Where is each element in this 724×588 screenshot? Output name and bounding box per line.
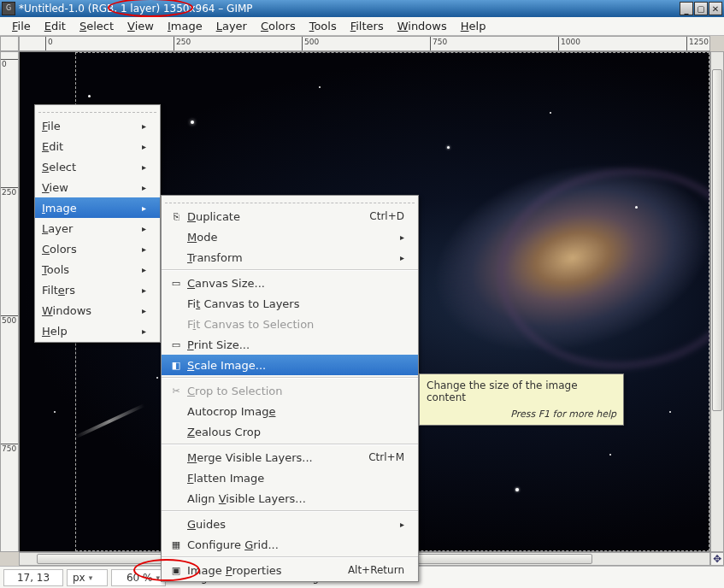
- menubar-item-filters[interactable]: Filters: [344, 18, 391, 34]
- tooltip: Change the size of the image content Pre…: [419, 373, 624, 426]
- chevron-right-icon: ▸: [380, 232, 404, 242]
- close-button[interactable]: ✕: [709, 2, 722, 15]
- menu-shortcut: Ctrl+D: [349, 210, 404, 222]
- chevron-right-icon: ▸: [121, 224, 146, 233]
- menubar-item-tools[interactable]: Tools: [303, 18, 344, 34]
- menu-item-view[interactable]: View▸: [35, 177, 160, 197]
- menu-item-mode[interactable]: Mode▸: [162, 226, 418, 247]
- menu-item-configure-grid[interactable]: ▦Configure Grid...: [162, 534, 418, 555]
- chevron-right-icon: ▸: [121, 203, 146, 213]
- nav-corner-icon[interactable]: ✥: [710, 552, 724, 566]
- menu-item-windows[interactable]: Windows▸: [35, 300, 160, 320]
- chevron-right-icon: ▸: [121, 183, 146, 192]
- menu-item-filters[interactable]: Filters▸: [35, 279, 160, 300]
- menubar-item-layer[interactable]: Layer: [209, 18, 254, 34]
- ruler-tick: 1000: [558, 37, 580, 50]
- menu-separator: [162, 377, 418, 379]
- window-title: *Untitled-1.0 (RGB, 1 layer) 1350x964 – …: [19, 3, 680, 15]
- ruler-vertical[interactable]: 0250500750: [0, 51, 19, 552]
- menu-tearoff[interactable]: [38, 106, 156, 113]
- ruler-tick: 750: [430, 37, 447, 50]
- chevron-right-icon: ▸: [121, 326, 146, 336]
- menu-item-fit-canvas-to-layers[interactable]: Fit Canvas to Layers: [162, 293, 418, 314]
- menubar-item-help[interactable]: Help: [454, 18, 493, 34]
- menu-separator: [162, 556, 418, 558]
- menu-item-edit[interactable]: Edit▸: [35, 136, 160, 156]
- ruler-tick: 1250: [686, 37, 709, 50]
- chevron-right-icon: ▸: [121, 244, 146, 254]
- workspace: 025050075010001250 0250500750 ✥ File▸Edi…: [0, 36, 724, 566]
- menu-separator: [162, 444, 418, 445]
- scrollbar-vertical[interactable]: [710, 51, 724, 552]
- chevron-right-icon: ▸: [121, 121, 146, 131]
- menu-item-fit-canvas-to-selection: Fit Canvas to Selection: [162, 314, 418, 334]
- menu-item-icon: ▭: [168, 339, 184, 350]
- menu-item-transform[interactable]: Transform▸: [162, 247, 418, 268]
- menu-item-file[interactable]: File▸: [35, 115, 160, 136]
- menu-item-colors[interactable]: Colors▸: [35, 238, 160, 259]
- ruler-origin[interactable]: [0, 36, 19, 51]
- status-coords: 17, 13: [3, 569, 63, 586]
- menu-item-zealous-crop[interactable]: Zealous Crop: [162, 421, 418, 442]
- context-menu-main: File▸Edit▸Select▸View▸Image▸Layer▸Colors…: [34, 104, 161, 343]
- menu-item-image-properties[interactable]: ▣Image PropertiesAlt+Return: [162, 560, 418, 580]
- menu-item-canvas-size[interactable]: ▭Canvas Size...: [162, 273, 418, 293]
- menu-item-scale-image[interactable]: ◧Scale Image...: [162, 355, 418, 375]
- ruler-tick: 500: [1, 315, 18, 325]
- menu-tearoff[interactable]: [165, 197, 415, 203]
- scrollbar-thumb[interactable]: [712, 69, 722, 411]
- window-titlebar: G *Untitled-1.0 (RGB, 1 layer) 1350x964 …: [0, 0, 724, 17]
- menubar-item-colors[interactable]: Colors: [254, 18, 303, 34]
- ruler-tick: 500: [302, 37, 319, 50]
- menu-item-select[interactable]: Select▸: [35, 156, 160, 177]
- menu-item-icon: ▦: [168, 539, 184, 550]
- menu-item-crop-to-selection: ✂Crop to Selection: [162, 380, 418, 401]
- ruler-horizontal[interactable]: 025050075010001250: [19, 36, 710, 51]
- menu-item-print-size[interactable]: ▭Print Size...: [162, 334, 418, 355]
- menu-item-merge-visible-layers[interactable]: Merge Visible Layers...Ctrl+M: [162, 447, 418, 467]
- menu-separator: [162, 510, 418, 512]
- ruler-tick: 750: [1, 444, 18, 453]
- ruler-tick: 250: [174, 37, 191, 50]
- ruler-tick: 0: [1, 59, 18, 68]
- chevron-right-icon: ▸: [380, 520, 404, 529]
- menu-item-autocrop-image[interactable]: Autocrop Image: [162, 401, 418, 421]
- menu-item-tools[interactable]: Tools▸: [35, 259, 160, 279]
- menubar-item-select[interactable]: Select: [73, 18, 121, 34]
- menu-item-align-visible-layers[interactable]: Align Visible Layers...: [162, 488, 418, 509]
- menu-shortcut: Ctrl+M: [348, 451, 404, 463]
- chevron-down-icon: ▾: [89, 573, 93, 582]
- ruler-tick: 250: [1, 187, 18, 197]
- chevron-right-icon: ▸: [121, 162, 146, 172]
- menubar-item-edit[interactable]: Edit: [38, 18, 73, 34]
- menu-item-icon: ▭: [168, 278, 184, 289]
- maximize-button[interactable]: ▢: [694, 2, 708, 15]
- chevron-right-icon: ▸: [380, 253, 404, 262]
- menu-item-icon: ◧: [168, 360, 184, 371]
- menubar-item-windows[interactable]: Windows: [391, 18, 454, 34]
- menubar-item-file[interactable]: File: [5, 18, 38, 34]
- status-zoom-select[interactable]: 60 %▾: [111, 569, 166, 586]
- tooltip-title: Change the size of the image content: [427, 379, 616, 403]
- chevron-right-icon: ▸: [121, 142, 146, 151]
- chevron-right-icon: ▸: [121, 285, 146, 295]
- menu-item-flatten-image[interactable]: Flatten Image: [162, 467, 418, 488]
- menu-item-layer[interactable]: Layer▸: [35, 218, 160, 238]
- window-controls: _ ▢ ✕: [680, 2, 722, 15]
- menu-item-guides[interactable]: Guides▸: [162, 514, 418, 534]
- status-unit-select[interactable]: px▾: [67, 569, 108, 586]
- menu-item-icon: ✂: [168, 385, 184, 397]
- menu-item-icon: ⎘: [168, 211, 184, 222]
- context-menu-image: ⎘DuplicateCtrl+DMode▸Transform▸▭Canvas S…: [161, 195, 419, 582]
- ruler-tick: 0: [45, 37, 53, 50]
- app-icon: G: [2, 2, 15, 15]
- menubar-item-image[interactable]: Image: [161, 18, 209, 34]
- minimize-button[interactable]: _: [680, 2, 693, 15]
- menu-shortcut: Alt+Return: [327, 564, 404, 576]
- menu-item-image[interactable]: Image▸: [35, 197, 160, 218]
- menu-item-help[interactable]: Help▸: [35, 320, 160, 341]
- menubar-item-view[interactable]: View: [121, 18, 161, 34]
- chevron-down-icon: ▾: [156, 573, 160, 582]
- menu-item-duplicate[interactable]: ⎘DuplicateCtrl+D: [162, 206, 418, 226]
- chevron-right-icon: ▸: [121, 306, 146, 315]
